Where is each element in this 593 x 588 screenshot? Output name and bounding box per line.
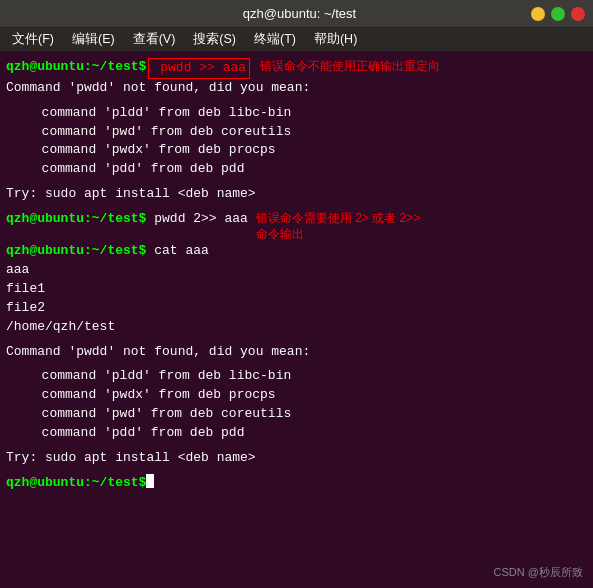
terminal-line-8: qzh@ubuntu:~/test$ pwdd 2>> aaa 错误命令需要使用… [6, 210, 587, 242]
terminal-line-10: aaa [6, 261, 587, 280]
terminal-line-4: command 'pwd' from deb coreutils [6, 123, 587, 142]
window-controls[interactable] [531, 7, 585, 21]
prompt-1: qzh@ubuntu:~/test$ [6, 58, 146, 77]
menu-help[interactable]: 帮助(H) [306, 29, 365, 50]
terminal-line-12: file2 [6, 299, 587, 318]
terminal-line-3: command 'pldd' from deb libc-bin [6, 104, 587, 123]
terminal-line-2: Command 'pwdd' not found, did you mean: [6, 79, 587, 98]
terminal-line-1: qzh@ubuntu:~/test$ pwdd >> aaa 错误命令不能使用正… [6, 58, 587, 79]
prompt-3: qzh@ubuntu:~/test$ [6, 242, 146, 261]
cmd-3: cat aaa [146, 242, 208, 261]
menu-edit[interactable]: 编辑(E) [64, 29, 123, 50]
menu-bar: 文件(F) 编辑(E) 查看(V) 搜索(S) 终端(T) 帮助(H) [0, 28, 593, 52]
terminal-line-9: qzh@ubuntu:~/test$ cat aaa [6, 242, 587, 261]
terminal-line-18: command 'pdd' from deb pdd [6, 424, 587, 443]
cmd-2: pwdd 2>> aaa [146, 210, 247, 229]
minimize-button[interactable] [531, 7, 545, 21]
watermark: CSDN @秒辰所致 [494, 565, 583, 580]
annotation-1: 错误命令不能使用正确输出重定向 [260, 58, 440, 75]
menu-search[interactable]: 搜索(S) [185, 29, 244, 50]
terminal-line-7: Try: sudo apt install <deb name> [6, 185, 587, 204]
title-bar: qzh@ubuntu: ~/test [0, 0, 593, 28]
menu-file[interactable]: 文件(F) [4, 29, 62, 50]
terminal-line-13: /home/qzh/test [6, 318, 587, 337]
terminal-line-16: command 'pwdx' from deb procps [6, 386, 587, 405]
close-button[interactable] [571, 7, 585, 21]
annotation-2: 错误命令需要使用 2> 或者 2>>命令输出 [256, 210, 420, 242]
terminal-line-6: command 'pdd' from deb pdd [6, 160, 587, 179]
menu-view[interactable]: 查看(V) [125, 29, 184, 50]
terminal-line-11: file1 [6, 280, 587, 299]
terminal-line-14: Command 'pwdd' not found, did you mean: [6, 343, 587, 362]
terminal-line-17: command 'pwd' from deb coreutils [6, 405, 587, 424]
terminal-line-20: qzh@ubuntu:~/test$ [6, 474, 587, 493]
terminal-line-15: command 'pldd' from deb libc-bin [6, 367, 587, 386]
terminal-line-5: command 'pwdx' from deb procps [6, 141, 587, 160]
prompt-2: qzh@ubuntu:~/test$ [6, 210, 146, 229]
window-title: qzh@ubuntu: ~/test [68, 6, 531, 21]
cursor [146, 474, 154, 488]
prompt-final: qzh@ubuntu:~/test$ [6, 474, 146, 493]
cmd-highlight-1: pwdd >> aaa [148, 58, 250, 79]
menu-terminal[interactable]: 终端(T) [246, 29, 304, 50]
terminal-content: qzh@ubuntu:~/test$ pwdd >> aaa 错误命令不能使用正… [0, 52, 593, 588]
maximize-button[interactable] [551, 7, 565, 21]
terminal-line-19: Try: sudo apt install <deb name> [6, 449, 587, 468]
